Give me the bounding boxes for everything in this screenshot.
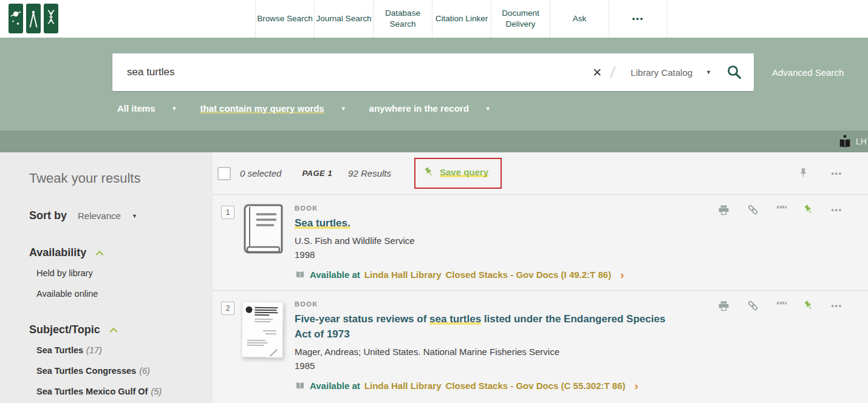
logo-planet-icon <box>9 4 23 33</box>
nav-document-delivery[interactable]: Document Delivery <box>491 0 550 38</box>
chevron-down-icon: ▼ <box>341 106 346 112</box>
page-indicator: PAGE 1 <box>302 169 332 178</box>
permalink-button[interactable] <box>747 299 759 312</box>
search-box: ✕ / Library Catalog ▼ <box>112 53 754 91</box>
facet-label: Sea Turtles <box>36 345 83 355</box>
more-actions-icon[interactable]: ••• <box>831 302 842 310</box>
citation-icon[interactable]: ”” <box>776 206 787 214</box>
scope-label: Library Catalog <box>630 67 692 78</box>
save-query-button[interactable]: Save query <box>423 166 488 178</box>
result-thumbnail[interactable] <box>242 302 283 357</box>
agency-seal-icon <box>245 306 252 313</box>
pin-item-button[interactable] <box>803 204 815 215</box>
pin-icon <box>803 204 815 215</box>
results-count: 92 Results <box>348 168 391 178</box>
sort-label: Sort by <box>29 209 67 222</box>
print-button[interactable] <box>717 300 730 312</box>
sort-by-dropdown[interactable]: Sort by Relevance ▼ <box>29 209 200 222</box>
filter-label: that contain my query words <box>200 103 324 113</box>
pin-results-button[interactable] <box>798 168 809 179</box>
title-highlight: sea turtles <box>429 313 481 325</box>
printer-icon <box>717 300 730 312</box>
availability-location: Linda Hall Library <box>364 269 442 280</box>
logo-dna-icon <box>44 4 58 33</box>
result-title-link[interactable]: Five-year status reviews of sea turtles … <box>295 311 683 342</box>
nav-database-search[interactable]: Database Search <box>373 0 432 38</box>
more-options-icon[interactable]: ••• <box>831 169 842 178</box>
selected-count-label: 0 selected <box>240 168 281 178</box>
nav-citation-linker[interactable]: Citation Linker <box>432 0 491 38</box>
sort-value: Relevance <box>78 211 121 221</box>
filter-item-type-dropdown[interactable]: All items ▼ <box>117 103 177 113</box>
library-logo[interactable] <box>9 4 58 33</box>
filter-field-dropdown[interactable]: anywhere in the record ▼ <box>369 103 491 113</box>
search-input[interactable] <box>112 53 584 91</box>
result-item-1: 1 BOOK Sea turtles. U.S. Fish and Wildli… <box>213 194 868 290</box>
sub-header-band: LH <box>0 130 868 152</box>
facet-available-online[interactable]: Available online <box>29 283 200 304</box>
result-year: 1998 <box>295 249 624 260</box>
facets-sidebar: Tweak your results Sort by Relevance ▼ A… <box>0 152 213 403</box>
result-body: BOOK Five-year status reviews of sea tur… <box>295 300 683 391</box>
facet-held-by-library[interactable]: Held by library <box>29 263 200 283</box>
clear-search-icon[interactable]: ✕ <box>584 66 610 80</box>
more-actions-icon[interactable]: ••• <box>831 206 842 214</box>
result-thumbnail[interactable] <box>240 202 285 260</box>
search-button[interactable] <box>723 64 754 81</box>
nav-journal-search[interactable]: Journal Search <box>314 0 373 38</box>
availability-link[interactable]: Available at Linda Hall Library Closed S… <box>295 380 683 391</box>
top-bar: Browse Search Journal Search Database Se… <box>0 0 868 38</box>
availability-detail: Closed Stacks - Gov Docs (I 49.2:T 86) <box>446 269 612 280</box>
library-card-badge[interactable]: LH <box>838 130 867 152</box>
search-scope-dropdown[interactable]: Library Catalog ▼ <box>615 67 723 78</box>
result-body: BOOK Sea turtles. U.S. Fish and Wildlife… <box>295 205 624 280</box>
citation-icon[interactable]: ”” <box>776 302 787 310</box>
chevron-down-icon: ▼ <box>172 106 177 112</box>
pin-item-button[interactable] <box>803 300 815 311</box>
nav-ask[interactable]: Ask <box>550 0 609 38</box>
facet-section-title: Subject/Topic <box>29 323 100 336</box>
chevron-down-icon: ▼ <box>485 106 491 112</box>
chevron-down-icon: ▼ <box>132 213 137 219</box>
result-number: 1 <box>221 206 234 219</box>
facet-sea-turtles[interactable]: Sea Turtles(17) <box>29 340 200 361</box>
result-year: 1985 <box>295 361 683 371</box>
results-header: 0 selected PAGE 1 92 Results Save query <box>213 152 868 194</box>
nav-browse-search[interactable]: Browse Search <box>255 0 314 38</box>
facet-sea-turtles-congresses[interactable]: Sea Turtles Congresses(6) <box>29 361 200 381</box>
results-panel: 0 selected PAGE 1 92 Results Save query <box>213 152 868 403</box>
title-text: Five-year status reviews of <box>295 313 429 325</box>
facet-label: Sea Turtles Congresses <box>36 366 136 376</box>
advanced-search-link[interactable]: Advanced Search <box>772 53 844 91</box>
facet-section-title: Availability <box>29 246 86 259</box>
result-title-link[interactable]: Sea turtles. <box>295 215 624 231</box>
book-placeholder-icon <box>240 202 285 258</box>
chevron-up-icon <box>109 327 118 333</box>
link-icon <box>747 203 759 216</box>
facet-section-availability[interactable]: Availability <box>29 246 200 259</box>
permalink-button[interactable] <box>747 203 759 216</box>
pin-icon <box>423 166 435 178</box>
nav-more-menu-icon[interactable]: ••• <box>609 0 668 38</box>
print-button[interactable] <box>717 204 730 216</box>
filter-match-dropdown[interactable]: that contain my query words ▼ <box>200 103 346 113</box>
annotation-box: Save query <box>414 158 502 189</box>
result-item-2: 2 <box>213 290 868 403</box>
chevron-down-icon: ▼ <box>706 69 711 75</box>
select-all-checkbox[interactable] <box>217 167 231 180</box>
availability-status: Available at <box>310 381 360 391</box>
resource-type-label: BOOK <box>295 300 683 308</box>
printer-icon <box>717 204 730 216</box>
results-header-actions: ••• <box>798 168 842 179</box>
result-authors: U.S. Fish and Wildlife Service <box>295 235 624 246</box>
facet-sea-turtles-mexico[interactable]: Sea Turtles Mexico Gulf Of(5) <box>29 381 200 402</box>
library-card-label: LH <box>856 137 867 146</box>
filter-label: All items <box>117 103 155 113</box>
open-book-icon <box>295 269 306 280</box>
facet-section-subject[interactable]: Subject/Topic <box>29 323 200 336</box>
facet-label: Sea Turtles Mexico Gulf Of <box>36 387 148 396</box>
chevron-right-icon: › <box>620 269 624 280</box>
chevron-up-icon <box>95 249 104 256</box>
availability-link[interactable]: Available at Linda Hall Library Closed S… <box>295 269 624 280</box>
content-area: Tweak your results Sort by Relevance ▼ A… <box>0 152 868 403</box>
